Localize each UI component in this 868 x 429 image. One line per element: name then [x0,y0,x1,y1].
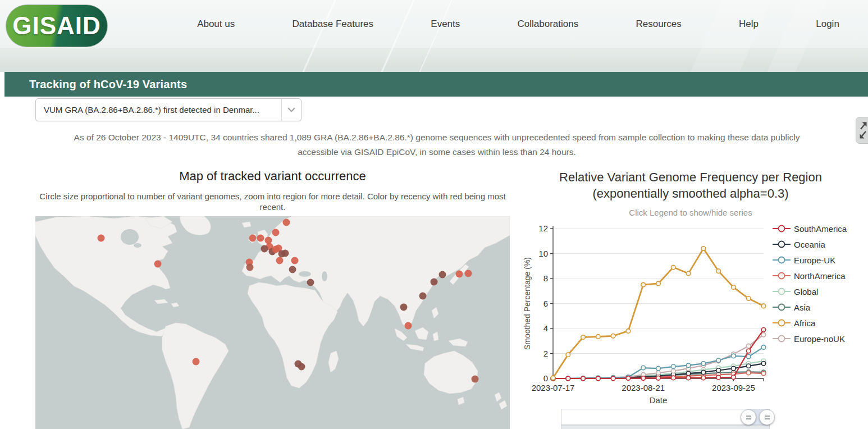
slider-left-handle[interactable] [741,409,756,425]
legend-item-Asia[interactable]: Asia [773,299,867,315]
legend-item-Global[interactable]: Global [773,284,867,299]
chart-title: Relative Variant Genome Frequency per Re… [536,169,845,202]
chart-label: 2023-08-21 [622,383,665,393]
map-dot[interactable] [289,266,296,273]
legend-marker-icon [773,240,791,249]
chart-label: 4 [543,323,548,333]
chart-label: 6 [543,299,548,308]
map-subtitle: Circle size proportional to number of va… [35,191,510,212]
legend-item-Oceania[interactable]: Oceania [773,236,867,252]
expand-icon[interactable] [856,117,868,144]
legend-label: Asia [794,303,810,312]
map-dot[interactable] [154,261,162,268]
chart-label: 12 [538,223,548,233]
slider-base-strip [561,425,770,429]
map-dot[interactable] [257,235,264,242]
map-dot[interactable] [439,271,446,279]
chart-label: Date [650,395,668,404]
page-title-bar: Tracking of hCoV-19 Variants [4,72,868,97]
map-dot[interactable] [249,235,257,242]
legend-label: Oceania [794,240,825,249]
chart-label: 2023-09-25 [712,383,755,393]
chart-title-line1: Relative Variant Genome Frequency per Re… [536,169,845,185]
nav-item-database-features[interactable]: Database Features [292,19,373,30]
map-dot[interactable] [265,237,272,244]
map-dot[interactable] [272,229,280,236]
map-dot[interactable] [298,363,305,371]
chart-label: 10 [538,249,548,258]
chart-title-line2: (exponentially smoothed alpha=0.3) [536,185,845,202]
legend-label: NorthAmerica [794,271,846,281]
legend-label: Africa [794,318,815,328]
legend-item-Europe-UK[interactable]: Europe-UK [773,252,867,268]
legend-item-Europe-noUK[interactable]: Europe-noUK [773,331,867,346]
series-Africa [551,247,766,380]
hudson-bay [121,229,139,245]
map-dot[interactable] [261,245,268,253]
chart-label: 8 [543,273,548,283]
variant-select-value: VUM GRA (BA.2.86+BA.2.86.*) first detect… [36,99,282,121]
nav-item-collaborations[interactable]: Collaborations [518,19,579,30]
legend-label: Europe-UK [794,255,835,265]
nav-item-about-us[interactable]: About us [197,19,235,30]
chart-label: 2023-07-17 [532,383,575,393]
black-sea [299,271,311,277]
legend-label: Global [794,287,818,296]
date-range-slider[interactable] [561,409,770,425]
map-dot[interactable] [98,235,105,242]
map-dot[interactable] [456,271,463,278]
chart-subtitle: Click Legend to show/hide series [536,208,845,217]
frequency-chart: 0246810122023-07-172023-08-212023-09-25D… [522,218,783,404]
map-title: Map of tracked variant occurrence [35,169,510,184]
nav-item-login[interactable]: Login [816,19,839,30]
legend-label: SouthAmerica [794,224,847,234]
gisaid-logo-text: GISAID [12,12,101,40]
main-navigation: About usDatabase FeaturesEventsCollabora… [168,0,868,48]
variant-select[interactable]: VUM GRA (BA.2.86+BA.2.86.*) first detect… [35,98,301,121]
map-dot[interactable] [400,304,408,311]
map-dot[interactable] [405,322,412,330]
chart-label: Smoothed Percentage (%) [523,257,532,350]
legend-marker-icon [773,224,791,233]
line-chart-svg: 0246810122023-07-172023-08-212023-09-25D… [522,218,783,404]
header: GISAID About usDatabase FeaturesEventsCo… [0,0,868,72]
great-lakes [134,243,141,248]
legend-item-Africa[interactable]: Africa [773,315,867,331]
map-dot[interactable] [246,264,254,271]
map-dot[interactable] [291,257,299,264]
gisaid-logo[interactable]: GISAID [6,4,108,47]
map-dot[interactable] [307,279,314,286]
chart-label: 0 [543,373,548,383]
map-dot[interactable] [276,257,284,264]
map-dot[interactable] [193,358,200,366]
summary-text: As of 26 October 2023 - 1409UTC, 34 coun… [61,130,813,159]
nav-item-help[interactable]: Help [739,19,759,30]
world-map[interactable] [35,216,510,429]
page: GISAID About usDatabase FeaturesEventsCo… [0,0,868,429]
chevron-down-icon [282,107,301,112]
nav-item-resources[interactable]: Resources [636,19,682,30]
map-dot[interactable] [472,376,479,383]
map-dot[interactable] [431,279,438,286]
legend-marker-icon [773,318,791,327]
caspian-sea [322,271,327,281]
legend-item-NorthAmerica[interactable]: NorthAmerica [773,268,867,284]
legend-marker-icon [773,303,791,312]
map-dot[interactable] [283,219,290,226]
legend-marker-icon [773,287,791,296]
legend-item-SouthAmerica[interactable]: SouthAmerica [773,221,867,236]
nav-item-events[interactable]: Events [431,19,460,30]
chart-label: 2 [543,349,548,358]
map-dot[interactable] [419,293,427,300]
slider-right-handle[interactable] [759,409,775,425]
legend-marker-icon [773,334,791,343]
page-title: Tracking of hCoV-19 Variants [29,78,187,91]
legend-marker-icon [773,255,791,264]
legend-label: Europe-noUK [794,334,845,344]
map-dot[interactable] [282,250,289,257]
chart-legend: SouthAmericaOceaniaEurope-UKNorthAmerica… [773,221,867,346]
map-dot[interactable] [465,270,472,277]
legend-marker-icon [773,271,791,280]
